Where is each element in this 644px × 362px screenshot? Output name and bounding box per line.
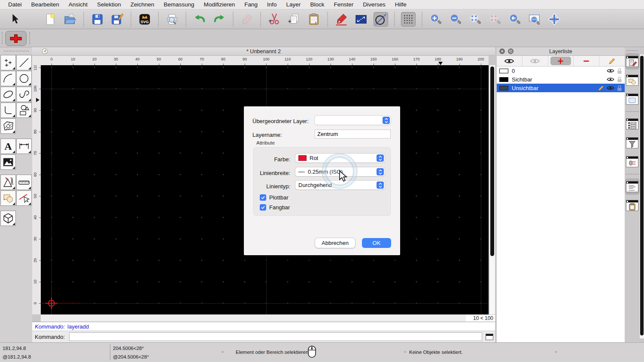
- layer-visibility-eye-icon[interactable]: [607, 68, 614, 73]
- command-line-panel-button[interactable]: [625, 178, 640, 195]
- zoom-out-button[interactable]: [448, 12, 463, 27]
- pointer-button[interactable]: [8, 12, 22, 27]
- h-ruler-tick-label: 200: [474, 57, 487, 61]
- menu-modifizieren[interactable]: Modifizieren: [199, 1, 240, 8]
- submenu-corner-icon: [28, 151, 31, 153]
- clipboard-panel-button[interactable]: [625, 197, 640, 214]
- line-tool-button[interactable]: [16, 55, 32, 70]
- menu-zeichnen[interactable]: Zeichnen: [126, 1, 159, 8]
- panel-dock-strip: [625, 47, 640, 342]
- menu-ansicht[interactable]: Ansicht: [64, 1, 92, 8]
- blocks-tool-button[interactable]: [0, 190, 16, 206]
- layer-lock-icon[interactable]: [617, 85, 622, 91]
- command-panel-toggle-icon[interactable]: [486, 334, 493, 340]
- points-tool-button[interactable]: [0, 55, 16, 70]
- layer-row-sichtbar[interactable]: Sichtbar: [497, 75, 625, 84]
- block-list-panel-button[interactable]: [625, 72, 640, 88]
- zoom-in-button[interactable]: [428, 12, 443, 27]
- pan-button[interactable]: [547, 12, 562, 27]
- menu-selektion[interactable]: Selektion: [92, 1, 126, 8]
- hatch-tool-button[interactable]: [0, 118, 16, 134]
- construction-lines-button[interactable]: [374, 12, 388, 27]
- paste-button[interactable]: [307, 12, 321, 27]
- property-editor-panel-button[interactable]: [625, 116, 640, 132]
- layer-lock-icon[interactable]: [617, 68, 622, 74]
- scrollbar-thumb[interactable]: [640, 56, 644, 335]
- remove-layer-button[interactable]: [574, 56, 599, 66]
- layer-visibility-eye-icon[interactable]: [607, 85, 614, 90]
- edit-layer-button[interactable]: [599, 56, 625, 66]
- layer-list-panel-button[interactable]: [625, 53, 640, 69]
- dock-grip[interactable]: [627, 50, 638, 51]
- dimension-button[interactable]: [354, 12, 368, 27]
- menu-bearbeiten[interactable]: Bearbeiten: [27, 1, 64, 8]
- menu-info[interactable]: Info: [262, 1, 282, 8]
- command-input[interactable]: [69, 332, 482, 341]
- view-panel-button[interactable]: [625, 91, 640, 107]
- menu-layer[interactable]: Layer: [282, 1, 306, 8]
- open-file-button[interactable]: [63, 12, 77, 27]
- command-input-row: Kommando:: [32, 331, 495, 342]
- cancel-button[interactable]: Abbrechen: [315, 238, 355, 248]
- redo-button[interactable]: [212, 12, 227, 27]
- canvas-vertical-scrollbar[interactable]: [489, 65, 495, 314]
- save-as-button[interactable]: [110, 12, 125, 27]
- draw-tools-tool-button[interactable]: [0, 175, 16, 190]
- circle-tool-button[interactable]: [16, 71, 32, 86]
- grid-toggle-button[interactable]: [401, 12, 416, 27]
- edit-pencil-icon[interactable]: [598, 85, 604, 91]
- plottbar-checkbox[interactable]: [260, 194, 266, 201]
- fangbar-checkbox[interactable]: [260, 204, 266, 211]
- select-tool-button[interactable]: [16, 190, 32, 206]
- layer-list-panel-icon: [626, 56, 638, 67]
- scrollbar-thumb[interactable]: [490, 66, 494, 256]
- layer-visibility-eye-icon[interactable]: [607, 77, 614, 82]
- arc-tool-button[interactable]: [0, 71, 16, 86]
- polyline-tool-button[interactable]: [0, 103, 16, 118]
- dock-scrollbar[interactable]: [640, 54, 644, 338]
- menu-hilfe[interactable]: Hilfe: [390, 1, 411, 8]
- eraser-button[interactable]: [240, 12, 254, 27]
- svg-export-button[interactable]: SVG: [137, 12, 152, 27]
- text-tool-button[interactable]: A: [0, 139, 16, 154]
- zoom-window-button[interactable]: [527, 12, 542, 27]
- layer-lock-icon[interactable]: [617, 76, 622, 83]
- cut-button[interactable]: [267, 12, 282, 27]
- palette-grip[interactable]: [4, 51, 29, 51]
- add-layer-active-tool-button[interactable]: [5, 31, 27, 46]
- menu-bemassung[interactable]: Bemassung: [159, 1, 199, 8]
- print-preview-button[interactable]: [165, 12, 179, 27]
- hide-all-layers-button[interactable]: [522, 56, 548, 66]
- copy-button[interactable]: [287, 12, 301, 27]
- ok-button[interactable]: OK: [362, 238, 391, 248]
- command-history-panel-button[interactable]: [625, 154, 640, 170]
- show-all-layers-button[interactable]: [497, 56, 522, 66]
- dimension-tool-tool-button[interactable]: [16, 139, 32, 154]
- zoom-auto-button[interactable]: [468, 12, 483, 27]
- toolbar-grip[interactable]: [29, 32, 30, 44]
- menu-fenster[interactable]: Fenster: [329, 1, 358, 8]
- spline-tool-button[interactable]: [16, 87, 32, 102]
- new-file-button[interactable]: [43, 12, 58, 27]
- zoom-previous-button[interactable]: [507, 12, 522, 27]
- solid-tool-button[interactable]: [0, 211, 16, 226]
- layer-row-0[interactable]: 0: [497, 66, 625, 75]
- menu-datei[interactable]: Datei: [3, 1, 27, 8]
- zoom-selection-button[interactable]: [488, 12, 502, 27]
- undo-button[interactable]: [192, 12, 207, 27]
- ellipse-tool-button[interactable]: [0, 87, 16, 102]
- layer-row-unsichtbar[interactable]: Unsichtbar: [497, 84, 625, 92]
- layer-name-input[interactable]: [315, 130, 391, 139]
- menu-block[interactable]: Block: [305, 1, 329, 8]
- menu-diverses[interactable]: Diverses: [358, 1, 390, 8]
- shapes-tool-button[interactable]: [16, 103, 32, 118]
- save-button[interactable]: [90, 12, 105, 27]
- toolbar-grip[interactable]: [2, 32, 3, 44]
- measure-tool-button[interactable]: [16, 175, 32, 190]
- add-layer-button[interactable]: [548, 56, 574, 66]
- image-tool-button[interactable]: [0, 154, 16, 170]
- selection-filter-panel-button[interactable]: [625, 135, 640, 151]
- parent-layer-select[interactable]: [315, 116, 391, 125]
- menu-fang[interactable]: Fang: [240, 1, 262, 8]
- draw-pencil-button[interactable]: [334, 12, 349, 27]
